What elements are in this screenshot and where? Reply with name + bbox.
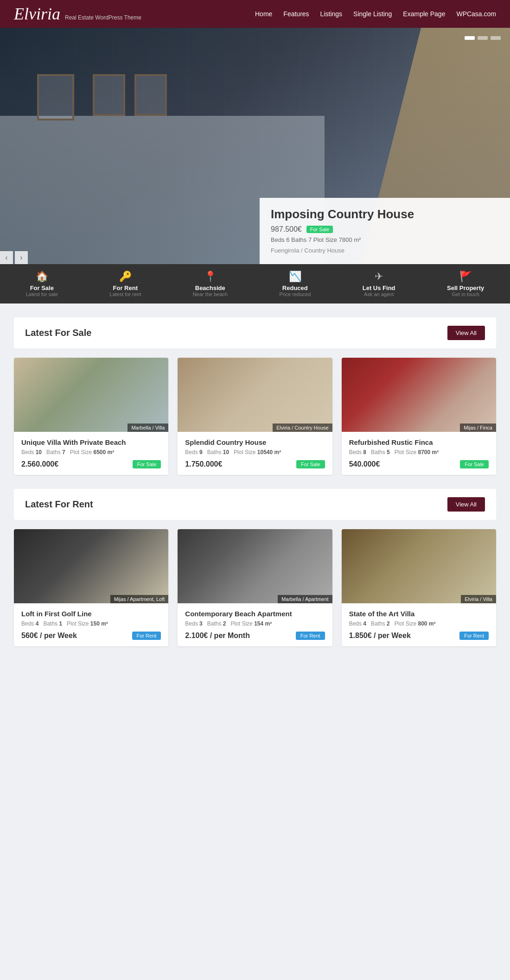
property-body: Contemporary Beach Apartment Beds 3 Bath… [178,603,332,646]
property-status-badge: For Rent [132,632,161,640]
for-sale-view-all-button[interactable]: View All [447,326,485,340]
property-specs: Beds 3 Baths 2 Plot Size 154 m² [185,620,325,627]
property-body: Loft in First Golf Line Beds 4 Baths 1 P… [14,603,168,646]
property-status-badge: For Sale [460,460,489,468]
property-card: Marbella / Villa Unique Villa With Priva… [14,358,168,475]
quick-nav-icon: 🔑 [119,271,132,283]
property-status-badge: For Rent [459,632,489,640]
quick-nav-sub: Get in touch [452,291,479,297]
for-rent-view-all-button[interactable]: View All [447,497,485,512]
property-price-row: 540.000€ For Sale [349,460,489,468]
for-sale-title: Latest For Sale [25,328,91,338]
property-status-badge: For Sale [296,460,325,468]
property-card: Elviria / Country House Splendid Country… [178,358,332,475]
property-price: 1.850€ / per Week [349,632,411,640]
nav-item-wpcasa.com[interactable]: WPCasa.com [456,10,496,18]
property-image[interactable]: Mijas / Apartment, Loft [14,529,168,603]
property-image[interactable]: Mijas / Finca [342,358,496,432]
property-title: Unique Villa With Private Beach [21,438,161,446]
property-location-tag: Elviria / Country House [273,424,332,432]
wall-frame-3 [134,74,167,116]
nav-item-listings[interactable]: Listings [320,10,342,18]
logo-area: Elviria Real Estate WordPress Theme [14,4,141,24]
main-nav: HomeFeaturesListingsSingle ListingExampl… [255,10,496,18]
quick-nav-beachside[interactable]: 📍 Beachside Near the beach [188,271,232,297]
property-image[interactable]: Elviria / Country House [178,358,332,432]
slider-dot-1[interactable] [465,36,475,40]
quick-nav-sub: Price reduced [279,291,311,297]
quick-nav-icon: 📉 [289,271,301,283]
slider-dot-3[interactable] [491,36,501,40]
property-price-row: 1.750.000€ For Sale [185,460,325,468]
property-specs: Beds 10 Baths 7 Plot Size 6500 m² [21,449,161,455]
property-status-badge: For Rent [296,632,325,640]
quick-nav-label: Reduced [282,285,308,291]
for-rent-header-row: Latest For Rent View All [25,497,485,512]
quick-nav-reduced[interactable]: 📉 Reduced Price reduced [274,271,315,297]
slider-prev-button[interactable]: ‹ [0,251,13,264]
hero-property-location: Fuengirola / Country House [271,247,499,254]
property-image[interactable]: Elviria / Villa [342,529,496,603]
quick-nav-sub: Latest for rent [109,291,141,297]
property-body: State of the Art Villa Beds 4 Baths 2 Pl… [342,603,496,646]
property-image[interactable]: Marbella / Villa [14,358,168,432]
quick-nav-for-sale[interactable]: 🏠 For Sale Latest for sale [21,271,63,297]
quick-nav-bar: 🏠 For Sale Latest for sale 🔑 For Rent La… [0,264,510,303]
quick-nav-icon: 📍 [204,271,217,283]
quick-nav-icon: 🏠 [36,271,48,283]
quick-nav-label: For Rent [113,285,138,291]
for-rent-title: Latest For Rent [25,499,93,510]
quick-nav-label: Let Us Find [363,285,395,291]
quick-nav-label: Beachside [195,285,225,291]
slider-next-button[interactable]: › [15,251,28,264]
property-location-tag: Elviria / Villa [461,595,496,603]
property-card: Marbella / Apartment Contemporary Beach … [178,529,332,646]
property-image[interactable]: Marbella / Apartment [178,529,332,603]
quick-nav-sub: Near the beach [193,291,228,297]
property-price-row: 560€ / per Week For Rent [21,632,161,640]
for-rent-section-header: Latest For Rent View All [14,489,496,520]
hero-status-badge: For Sale [306,226,333,233]
property-body: Splendid Country House Beds 9 Baths 10 P… [178,432,332,475]
property-price: 2.560.000€ [21,460,58,468]
quick-nav-sub: Latest for sale [26,291,58,297]
nav-item-single-listing[interactable]: Single Listing [353,10,392,18]
property-location-tag: Mijas / Finca [460,424,496,432]
quick-nav-for-rent[interactable]: 🔑 For Rent Latest for rent [105,271,146,297]
property-specs: Beds 4 Baths 1 Plot Size 150 m² [21,620,161,627]
property-title: Refurbished Rustic Finca [349,438,489,446]
hero-price: 987.500€ [271,225,302,234]
property-specs: Beds 8 Baths 5 Plot Size 8700 m² [349,449,489,455]
hero-info-box: Imposing Country House 987.500€ For Sale… [260,198,510,264]
nav-item-example-page[interactable]: Example Page [403,10,445,18]
property-title: Loft in First Golf Line [21,610,161,618]
property-price-row: 2.100€ / per Month For Rent [185,632,325,640]
property-specs: Beds 9 Baths 10 Plot Size 10540 m² [185,449,325,455]
quick-nav-let-us-find[interactable]: ✈ Let Us Find Ask an agent [358,271,400,297]
nav-item-features[interactable]: Features [283,10,309,18]
for-sale-section-header: Latest For Sale View All [14,317,496,348]
property-price-row: 1.850€ / per Week For Rent [349,632,489,640]
wall-frame-2 [93,74,125,116]
property-title: Contemporary Beach Apartment [185,610,325,618]
slider-dot-2[interactable] [478,36,488,40]
property-location-tag: Mijas / Apartment, Loft [110,595,168,603]
property-body: Refurbished Rustic Finca Beds 8 Baths 5 … [342,432,496,475]
hero-price-row: 987.500€ For Sale [271,225,499,234]
property-price: 2.100€ / per Month [185,632,250,640]
for-rent-grid: Mijas / Apartment, Loft Loft in First Go… [14,529,496,646]
property-price: 540.000€ [349,460,380,468]
property-location-tag: Marbella / Villa [128,424,168,432]
property-price: 560€ / per Week [21,632,77,640]
quick-nav-label: For Sale [30,285,54,291]
hero-property-title: Imposing Country House [271,207,499,221]
hero-section: Imposing Country House 987.500€ For Sale… [0,28,510,264]
nav-item-home[interactable]: Home [255,10,272,18]
property-specs: Beds 4 Baths 2 Plot Size 800 m² [349,620,489,627]
quick-nav-sell-property[interactable]: 🚩 Sell Property Get in touch [442,271,489,297]
wall-frame-1 [37,74,74,120]
site-header: Elviria Real Estate WordPress Theme Home… [0,0,510,28]
property-status-badge: For Sale [133,460,161,468]
property-card: Mijas / Apartment, Loft Loft in First Go… [14,529,168,646]
property-location-tag: Marbella / Apartment [278,595,332,603]
